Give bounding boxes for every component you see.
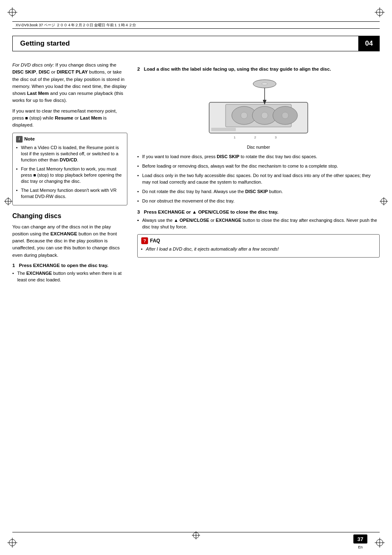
note-header: i Note bbox=[16, 136, 124, 143]
svg-rect-29 bbox=[211, 128, 236, 131]
changing-discs-heading: Changing discs bbox=[12, 211, 127, 221]
resume-bold: Resume bbox=[55, 115, 73, 120]
note-label: Note bbox=[24, 136, 35, 143]
reg-mark-ml bbox=[4, 197, 12, 205]
content-area: For DVD discs only: If you change discs … bbox=[12, 62, 380, 522]
faq-list: After I load a DVD disc, it ejects autom… bbox=[141, 246, 376, 252]
faq-box: ? FAQ After I load a DVD disc, it ejects… bbox=[137, 234, 380, 258]
header-section: Getting started 04 bbox=[12, 34, 380, 53]
top-bar: XV-DV9.book 37 ページ ２００４年２月２０日 金曜日 午前１１時４… bbox=[12, 21, 380, 29]
disc-caption: Disc number bbox=[137, 144, 380, 150]
note-item-3: The Last Memory function doesn't work wi… bbox=[16, 187, 124, 200]
intro-paragraph: For DVD discs only: If you change discs … bbox=[12, 62, 127, 104]
reg-mark-bl bbox=[7, 538, 17, 548]
intro-disc-skip: DISC SKIP bbox=[12, 69, 36, 74]
svg-point-27 bbox=[262, 83, 267, 85]
step2-heading: 2 Load a disc with the label side facing… bbox=[137, 66, 380, 73]
step1-label: 1 Press EXCHANGE to open the disc tray. bbox=[12, 262, 127, 269]
bullet-item-2: Before loading or removing discs, always… bbox=[137, 163, 380, 170]
svg-point-25 bbox=[282, 112, 288, 119]
reg-mark-mr bbox=[380, 197, 388, 205]
intro-or: or bbox=[51, 69, 57, 74]
note-item-2: For the Last Memory function to work, yo… bbox=[16, 166, 124, 185]
page-lang: En bbox=[354, 545, 367, 549]
resume-paragraph: If you want to clear the resume/last mem… bbox=[12, 108, 127, 129]
step3-sub: • Always use the ▲ OPEN/CLOSE or EXCHANG… bbox=[137, 217, 380, 230]
page-number: 37 bbox=[353, 534, 367, 543]
header-number: 04 bbox=[358, 36, 380, 51]
intro-disc: DISC bbox=[39, 69, 50, 74]
reg-mark-bc bbox=[192, 531, 200, 539]
last-mem-bold: Last Mem bbox=[80, 115, 102, 120]
bullet-item-3: Load discs only in the two fully accessi… bbox=[137, 173, 380, 186]
intro-italic: For DVD discs only: bbox=[12, 62, 54, 67]
reg-mark-tr bbox=[375, 7, 385, 17]
top-bar-text: XV-DV9.book 37 ページ ２００４年２月２０日 金曜日 午前１１時４… bbox=[16, 23, 136, 28]
right-column: 2 Load a disc with the label side facing… bbox=[137, 62, 380, 522]
step3-sub-text: • Always use the ▲ OPEN/CLOSE or EXCHANG… bbox=[137, 217, 380, 230]
note-icon: i bbox=[16, 136, 23, 143]
faq-icon: ? bbox=[141, 237, 148, 244]
step3-heading: 3 Press EXCHANGE or ▲ OPEN/CLOSE to clos… bbox=[137, 209, 380, 216]
reg-mark-br bbox=[375, 538, 385, 548]
disc-svg: 1 2 3 bbox=[201, 78, 316, 143]
note-list: When a Video CD is loaded, the Resume po… bbox=[16, 145, 124, 200]
resume-or: or bbox=[74, 115, 80, 120]
step1-sub: The EXCHANGE button only works when ther… bbox=[12, 270, 127, 283]
svg-text:1: 1 bbox=[234, 136, 236, 139]
faq-item-1: After I load a DVD disc, it ejects autom… bbox=[141, 246, 376, 252]
bullet-item-1: If you want to load more discs, press DI… bbox=[137, 154, 380, 160]
note-item-1: When a Video CD is loaded, the Resume po… bbox=[16, 145, 124, 164]
faq-header: ? FAQ bbox=[141, 237, 376, 244]
faq-item-text: After I load a DVD disc, it ejects autom… bbox=[146, 246, 279, 251]
svg-point-23 bbox=[261, 112, 268, 119]
intro-last-mem: Last Mem bbox=[27, 91, 49, 96]
faq-label: FAQ bbox=[150, 237, 160, 244]
changing-discs-intro: You can change any of the discs not in t… bbox=[12, 223, 127, 259]
svg-text:?: ? bbox=[143, 238, 146, 243]
svg-text:3: 3 bbox=[275, 136, 277, 139]
note-box: i Note When a Video CD is loaded, the Re… bbox=[12, 133, 127, 205]
svg-point-21 bbox=[241, 112, 247, 119]
header-title: Getting started bbox=[12, 36, 358, 51]
bullet-item-4: Do not rotate the disc tray by hand. Alw… bbox=[137, 189, 380, 195]
intro-direct-play: DIRECT PLAY bbox=[57, 69, 88, 74]
intro-text: If you change discs using the bbox=[55, 62, 116, 67]
left-column: For DVD discs only: If you change discs … bbox=[12, 62, 127, 522]
right-bullet-list: If you want to load more discs, press DI… bbox=[137, 154, 380, 205]
svg-text:2: 2 bbox=[254, 136, 256, 139]
disc-illustration: 1 2 3 Disc number bbox=[137, 78, 380, 150]
reg-mark-tl bbox=[7, 7, 17, 17]
bullet-item-5: Do nor obstruct the movement of the disc… bbox=[137, 198, 380, 205]
